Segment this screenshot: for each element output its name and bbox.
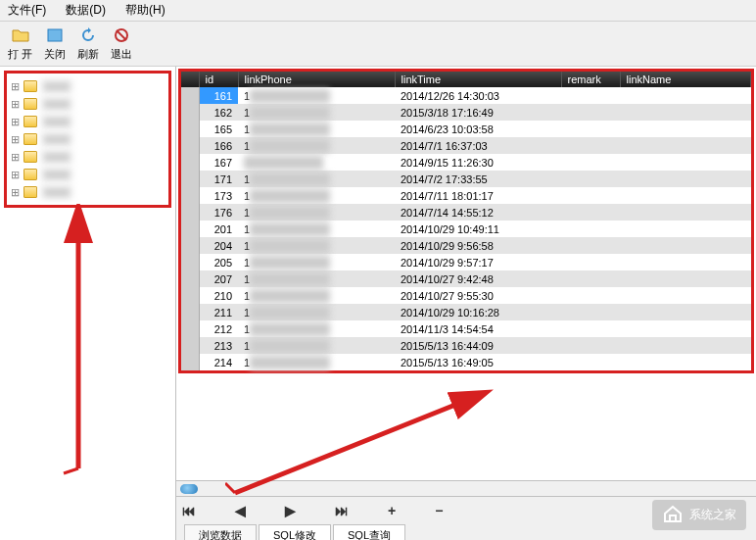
cell-id[interactable]: 212 <box>199 320 238 337</box>
data-grid[interactable]: id linkPhone linkTime remark linkName 16… <box>181 72 751 370</box>
cell-linktime[interactable]: 2014/10/27 9:55:30 <box>395 287 561 304</box>
cell-id[interactable]: 171 <box>199 171 238 187</box>
cell-linkname[interactable] <box>620 354 751 370</box>
col-linkphone[interactable]: linkPhone <box>238 72 395 87</box>
cell-linktime[interactable]: 2014/9/15 11:26:30 <box>395 154 561 171</box>
cell-id[interactable]: 213 <box>199 337 238 354</box>
cell-linkname[interactable] <box>620 221 751 237</box>
cell-linkname[interactable] <box>620 171 751 187</box>
cell-id[interactable]: 205 <box>199 254 238 270</box>
cell-remark[interactable] <box>561 104 620 121</box>
horizontal-scrollbar[interactable] <box>176 480 756 496</box>
close-button[interactable]: 关闭 <box>44 25 66 62</box>
table-row[interactable]: 1661000000000002014/7/1 16:37:03 <box>181 137 751 154</box>
cell-linkname[interactable] <box>620 304 751 320</box>
cell-linkphone[interactable]: 100000000000 <box>238 320 395 337</box>
cell-linkname[interactable] <box>620 154 751 171</box>
cell-remark[interactable] <box>561 270 620 287</box>
cell-linkname[interactable] <box>620 204 751 221</box>
cell-linktime[interactable]: 2014/10/29 10:49:11 <box>395 221 561 237</box>
cell-remark[interactable] <box>561 237 620 254</box>
cell-linktime[interactable]: 2014/10/27 9:42:48 <box>395 270 561 287</box>
table-row[interactable]: 2131000000000002015/5/13 16:44:09 <box>181 337 751 354</box>
tree-item[interactable]: ⊞xxxx <box>11 148 165 166</box>
cell-linktime[interactable]: 2015/5/13 16:44:09 <box>395 337 561 354</box>
tree-item[interactable]: ⊞xxxx <box>11 130 165 148</box>
cell-linkname[interactable] <box>620 87 751 104</box>
tree-item[interactable]: ⊞xxxx <box>11 113 165 130</box>
cell-remark[interactable] <box>561 304 620 320</box>
cell-remark[interactable] <box>561 171 620 187</box>
table-row[interactable]: 1711000000000002014/7/2 17:33:55 <box>181 171 751 187</box>
exit-button[interactable]: 退出 <box>111 25 132 62</box>
cell-id[interactable]: 176 <box>199 204 238 221</box>
cell-linktime[interactable]: 2015/3/18 17:16:49 <box>395 104 561 121</box>
cell-linktime[interactable]: 2014/12/26 14:30:03 <box>395 87 561 104</box>
cell-remark[interactable] <box>561 121 620 137</box>
cell-remark[interactable] <box>561 221 620 237</box>
col-linkname[interactable]: linkName <box>620 72 751 87</box>
cell-linkphone[interactable]: 100000000000 <box>238 337 395 354</box>
cell-linkname[interactable] <box>620 121 751 137</box>
cell-id[interactable]: 167 <box>199 154 238 171</box>
cell-linktime[interactable]: 2014/7/1 16:37:03 <box>395 137 561 154</box>
open-button[interactable]: 打 开 <box>8 25 32 62</box>
cell-linkphone[interactable]: 100000000000 <box>238 237 395 254</box>
col-remark[interactable]: remark <box>561 72 620 87</box>
table-row[interactable]: 2011000000000002014/10/29 10:49:11 <box>181 221 751 237</box>
cell-id[interactable]: 214 <box>199 354 238 370</box>
col-linktime[interactable]: linkTime <box>395 72 561 87</box>
cell-id[interactable]: 207 <box>199 270 238 287</box>
nav-last[interactable]: ⏭ <box>335 503 349 518</box>
nav-add[interactable]: + <box>388 503 396 518</box>
cell-linkphone[interactable]: 100000000000 <box>238 87 395 104</box>
cell-linkphone[interactable]: 100000000000 <box>238 204 395 221</box>
cell-id[interactable]: 211 <box>199 304 238 320</box>
cell-linkname[interactable] <box>620 337 751 354</box>
table-row[interactable]: 1621000000000002015/3/18 17:16:49 <box>181 104 751 121</box>
table-row[interactable]: 1651000000000002014/6/23 10:03:58 <box>181 121 751 137</box>
table-row[interactable]: 2101000000000002014/10/27 9:55:30 <box>181 287 751 304</box>
cell-linkname[interactable] <box>620 104 751 121</box>
cell-id[interactable]: 201 <box>199 221 238 237</box>
cell-remark[interactable] <box>561 320 620 337</box>
cell-linktime[interactable]: 2014/10/29 9:56:58 <box>395 237 561 254</box>
cell-id[interactable]: 166 <box>199 137 238 154</box>
tab-sql-modify[interactable]: SQL修改 <box>259 524 331 540</box>
cell-id[interactable]: 165 <box>199 121 238 137</box>
cell-linkname[interactable] <box>620 254 751 270</box>
cell-remark[interactable] <box>561 187 620 204</box>
cell-remark[interactable] <box>561 137 620 154</box>
cell-remark[interactable] <box>561 254 620 270</box>
cell-linkphone[interactable]: 100000000000 <box>238 104 395 121</box>
table-row[interactable]: 2111000000000002014/10/29 10:16:28 <box>181 304 751 320</box>
cell-linktime[interactable]: 2014/10/29 9:57:17 <box>395 254 561 270</box>
cell-linkphone[interactable]: 100000000000 <box>238 187 395 204</box>
nav-prev[interactable]: ◀ <box>235 503 246 518</box>
cell-linktime[interactable]: 2014/10/29 10:16:28 <box>395 304 561 320</box>
cell-linkphone[interactable]: 00000000000 <box>238 154 395 171</box>
cell-linktime[interactable]: 2014/6/23 10:03:58 <box>395 121 561 137</box>
table-row[interactable]: 1761000000000002014/7/14 14:55:12 <box>181 204 751 221</box>
cell-remark[interactable] <box>561 154 620 171</box>
cell-linkphone[interactable]: 100000000000 <box>238 121 395 137</box>
cell-remark[interactable] <box>561 354 620 370</box>
table-row[interactable]: 167000000000002014/9/15 11:26:30 <box>181 154 751 171</box>
tree-item[interactable]: ⊞xxxx <box>11 183 165 201</box>
cell-linkphone[interactable]: 100000000000 <box>238 287 395 304</box>
cell-remark[interactable] <box>561 87 620 104</box>
cell-linkname[interactable] <box>620 270 751 287</box>
cell-linktime[interactable]: 2015/5/13 16:49:05 <box>395 354 561 370</box>
tab-sql-query[interactable]: SQL查询 <box>333 524 405 540</box>
table-row[interactable]: 1731000000000002014/7/11 18:01:17 <box>181 187 751 204</box>
cell-id[interactable]: 210 <box>199 287 238 304</box>
table-row[interactable]: 2041000000000002014/10/29 9:56:58 <box>181 237 751 254</box>
nav-next[interactable]: ▶ <box>285 503 296 518</box>
tab-browse-data[interactable]: 浏览数据 <box>184 524 257 540</box>
menu-file[interactable]: 文件(F) <box>8 2 46 19</box>
table-row[interactable]: 2051000000000002014/10/29 9:57:17 <box>181 254 751 270</box>
cell-linkphone[interactable]: 100000000000 <box>238 270 395 287</box>
cell-linkname[interactable] <box>620 137 751 154</box>
cell-id[interactable]: 161 <box>199 87 238 104</box>
menu-data[interactable]: 数据(D) <box>66 2 106 19</box>
